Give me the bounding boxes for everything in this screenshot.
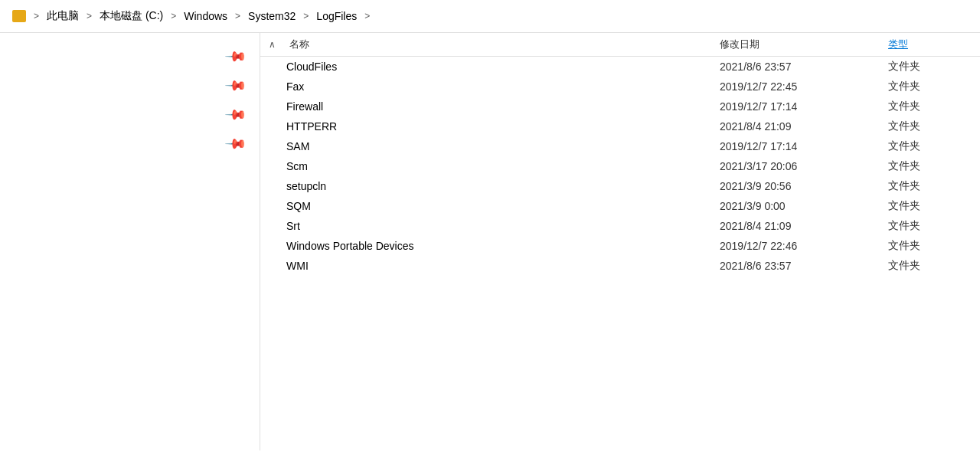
table-row[interactable]: Srt 2021/8/4 21:09 文件夹 [260, 216, 980, 236]
folder-icon-cell [260, 160, 283, 172]
folder-icon-cell [260, 80, 283, 93]
table-row[interactable]: Scm 2021/3/17 20:06 文件夹 [260, 156, 980, 176]
breadcrumb-item-3[interactable]: System32 [245, 8, 299, 24]
table-row[interactable]: SQM 2021/3/9 0:00 文件夹 [260, 196, 980, 216]
file-date: 2021/8/4 21:09 [720, 120, 888, 133]
file-date: 2019/12/7 22:46 [720, 240, 888, 252]
file-date: 2019/12/7 22:45 [720, 80, 888, 93]
folder-icon-cell [260, 180, 283, 192]
sidebar: 📌 📌 📌 📌 [0, 33, 260, 450]
file-type: 文件夹 [888, 239, 980, 253]
file-date: 2021/8/6 23:57 [720, 260, 888, 272]
folder-icon-cell [260, 240, 283, 252]
file-type: 文件夹 [888, 120, 980, 133]
col-name-header[interactable]: 名称 [283, 38, 720, 51]
file-type: 文件夹 [888, 80, 980, 93]
file-date: 2021/3/17 20:06 [720, 160, 888, 172]
folder-icon-cell [260, 120, 283, 133]
file-name: SAM [283, 140, 720, 152]
file-date: 2021/8/6 23:57 [720, 61, 888, 73]
sep-3: > [234, 11, 242, 21]
sep-2: > [169, 11, 178, 21]
column-headers: ∧ 名称 修改日期 类型 [260, 33, 980, 57]
table-row[interactable]: Windows Portable Devices 2019/12/7 22:46… [260, 236, 980, 256]
breadcrumb-item-1[interactable]: 本地磁盘 (C:) [96, 8, 166, 25]
sep-0: > [32, 11, 41, 21]
file-date: 2021/3/9 20:56 [720, 180, 888, 192]
folder-icon-cell [260, 260, 283, 272]
folder-icon-cell [260, 200, 283, 212]
sort-arrow[interactable]: ∧ [260, 39, 283, 50]
file-type: 文件夹 [888, 100, 980, 113]
sep-5: > [363, 11, 371, 21]
breadcrumb-item-0[interactable]: 此电脑 [44, 8, 82, 25]
table-row[interactable]: SAM 2019/12/7 17:14 文件夹 [260, 136, 980, 156]
file-name: WMI [283, 260, 720, 272]
table-row[interactable]: Firewall 2019/12/7 17:14 文件夹 [260, 97, 980, 116]
breadcrumb: > 此电脑 > 本地磁盘 (C:) > Windows > System32 >… [0, 0, 980, 33]
table-row[interactable]: CloudFiles 2021/8/6 23:57 文件夹 [260, 57, 980, 77]
folder-icon-cell [260, 140, 283, 152]
file-name: Firewall [283, 100, 720, 113]
file-type: 文件夹 [888, 199, 980, 213]
file-date: 2019/12/7 17:14 [720, 100, 888, 113]
col-date-header[interactable]: 修改日期 [720, 38, 888, 51]
col-type-header[interactable]: 类型 [888, 38, 980, 51]
file-type: 文件夹 [888, 159, 980, 173]
file-name: CloudFiles [283, 61, 720, 73]
pin-icon-2[interactable]: 📌 [224, 103, 247, 126]
file-name: Scm [283, 160, 720, 172]
file-name: Windows Portable Devices [283, 240, 720, 252]
breadcrumb-item-4[interactable]: LogFiles [313, 8, 360, 24]
file-type: 文件夹 [888, 60, 980, 74]
file-name: SQM [283, 200, 720, 212]
table-row[interactable]: HTTPERR 2021/8/4 21:09 文件夹 [260, 116, 980, 136]
folder-icon-cell [260, 220, 283, 232]
file-date: 2019/12/7 17:14 [720, 140, 888, 152]
file-name: setupcln [283, 180, 720, 192]
file-name: Srt [283, 220, 720, 232]
sep-4: > [302, 11, 310, 21]
file-date: 2021/8/4 21:09 [720, 220, 888, 232]
file-name: Fax [283, 80, 720, 93]
table-row[interactable]: WMI 2021/8/6 23:57 文件夹 [260, 256, 980, 276]
pin-icon-0[interactable]: 📌 [224, 44, 247, 68]
file-date: 2021/3/9 0:00 [720, 200, 888, 212]
table-row[interactable]: setupcln 2021/3/9 20:56 文件夹 [260, 176, 980, 196]
pin-icon-3[interactable]: 📌 [224, 132, 247, 156]
file-name: HTTPERR [283, 120, 720, 133]
table-row[interactable]: Fax 2019/12/7 22:45 文件夹 [260, 77, 980, 97]
file-type: 文件夹 [888, 139, 980, 153]
file-area: ∧ 名称 修改日期 类型 CloudFi [260, 33, 980, 450]
pin-icon-1[interactable]: 📌 [224, 74, 247, 97]
file-type: 文件夹 [888, 259, 980, 273]
folder-icon-cell [260, 100, 283, 113]
folder-icon [12, 10, 26, 22]
folder-icon-cell [260, 61, 283, 73]
file-type: 文件夹 [888, 219, 980, 233]
sep-1: > [85, 11, 93, 21]
file-list: CloudFiles 2021/8/6 23:57 文件夹 Fax 2019/1… [260, 57, 980, 450]
breadcrumb-item-2[interactable]: Windows [181, 8, 230, 24]
file-type: 文件夹 [888, 179, 980, 193]
